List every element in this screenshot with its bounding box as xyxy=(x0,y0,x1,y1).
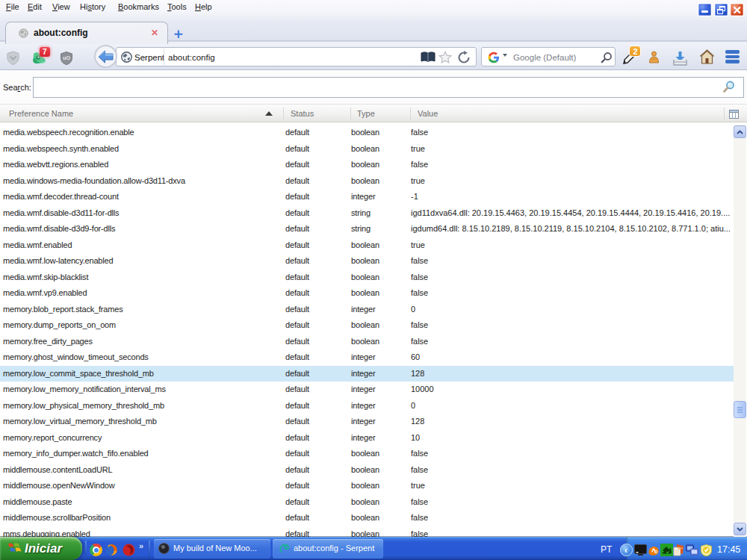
svg-text:uO: uO xyxy=(63,55,70,60)
